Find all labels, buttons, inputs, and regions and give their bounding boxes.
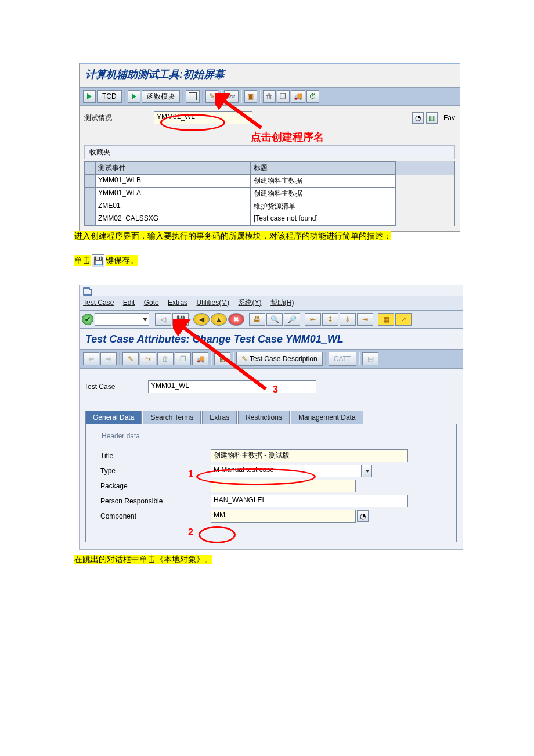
tab-restrictions[interactable]: Restrictions — [238, 411, 290, 424]
row-handle[interactable] — [85, 200, 95, 213]
screenshot-test-case-attrs: Test Case Edit Goto Extras Utilities(M) … — [79, 285, 463, 550]
menu-test-case[interactable]: Test Case — [83, 298, 114, 307]
transport-icon[interactable]: 🚚 — [291, 90, 305, 103]
fn-module-button[interactable]: 函数模块 — [142, 90, 180, 103]
tcd-arrow-icon[interactable] — [83, 90, 96, 103]
tcd-button[interactable]: TCD — [97, 90, 122, 103]
find-icon[interactable]: 🔍 — [266, 313, 283, 326]
favorites-header: 收藏夹 — [84, 145, 455, 159]
person-responsible-label: Person Responsible — [100, 497, 211, 505]
edit-icon[interactable]: ✎ — [205, 90, 218, 103]
copy-icon-2[interactable]: ❐ — [175, 352, 191, 365]
table-row[interactable]: ZME01 维护货源清单 — [85, 200, 454, 213]
nav-forward-icon[interactable]: ⇨ — [100, 352, 117, 365]
annotation-number-1: 1 — [188, 469, 193, 480]
package-field[interactable] — [211, 480, 356, 492]
annotation-number-2: 2 — [188, 527, 193, 538]
menu-system[interactable]: 系统(Y) — [238, 298, 261, 307]
test-status-row: 测试情况 YMM01_WL ◔ ▥ Fav — [80, 106, 460, 128]
cell-title: [Test case not found] — [251, 213, 396, 226]
annotation-callout-1: 点击创建程序名 — [251, 130, 324, 144]
other-object-icon[interactable]: ↪ — [140, 352, 156, 365]
cell-title: 维护货源清单 — [251, 200, 396, 213]
execute-icon[interactable]: ⏱ — [306, 90, 319, 103]
tab-search-terms[interactable]: Search Terms — [143, 411, 201, 424]
cell-event: ZMM02_CALSSXG — [95, 213, 251, 226]
transport-icon-2[interactable]: 🚚 — [192, 352, 208, 365]
menu-extras[interactable]: Extras — [168, 298, 187, 307]
tab-general-data[interactable]: General Data — [85, 411, 142, 424]
list-icon[interactable]: ▤ — [362, 352, 378, 365]
command-field[interactable] — [95, 313, 149, 326]
new-session-icon[interactable]: ▦ — [378, 313, 394, 326]
find-next-icon[interactable]: 🔎 — [284, 313, 300, 326]
type-dropdown-icon[interactable] — [363, 465, 372, 477]
print-icon[interactable]: 🖶 — [249, 313, 265, 326]
type-field[interactable]: M Manual test case — [211, 465, 362, 477]
menu-utilities[interactable]: Utilities(M) — [196, 298, 229, 307]
cell-event: YMM01_WLA — [95, 188, 251, 200]
component-search-help-icon[interactable]: ◔ — [357, 510, 369, 522]
catt-button[interactable]: CATT — [329, 352, 356, 366]
component-field[interactable]: MM — [211, 510, 356, 523]
fn-arrow-icon[interactable] — [128, 90, 140, 103]
menu-help[interactable]: 帮助(H) — [270, 298, 294, 307]
search-help-icon[interactable]: ◔ — [412, 112, 424, 124]
table-row[interactable]: ZMM02_CALSSXG [Test case not found] — [85, 213, 454, 226]
tab-management-data[interactable]: Management Data — [291, 411, 363, 424]
copy-icon[interactable]: ❐ — [277, 90, 290, 103]
tabstrip: General Data Search Terms Extras Restric… — [80, 411, 463, 424]
prev-page-icon[interactable]: ⇞ — [322, 313, 338, 326]
table-row[interactable]: YMM01_WLA 创建物料主数据 — [85, 188, 454, 200]
next-page-icon[interactable]: ⇟ — [340, 313, 356, 326]
toolbar-1: TCD 函数模块 ✎ 👓 ▣ 🗑 ❐ 🚚 ⏱ — [80, 88, 460, 106]
person-responsible-field[interactable]: HAN_WANGLEI — [211, 495, 408, 507]
test-status-input[interactable]: YMM01_WL — [154, 111, 252, 124]
screenshot-catt-initial: 计算机辅助测试工具:初始屏幕 TCD 函数模块 ✎ 👓 ▣ 🗑 ❐ 🚚 ⏱ 测试… — [79, 63, 460, 232]
instruction-line-3: 在跳出的对话框中单击《本地对象》。 — [74, 555, 212, 565]
last-page-icon[interactable]: ⇥ — [357, 313, 373, 326]
back-icon[interactable]: ◀ — [193, 313, 210, 326]
enter-icon[interactable]: ✔ — [82, 314, 93, 325]
tab-extras[interactable]: Extras — [202, 411, 237, 424]
first-page-icon[interactable]: ⇤ — [305, 313, 321, 326]
back-left-icon[interactable]: ◁ — [155, 313, 171, 326]
menu-bar: Test Case Edit Goto Extras Utilities(M) … — [80, 296, 463, 311]
header-data-group: Header data Title 创建物料主数据 - 测试版 Type M M… — [93, 438, 449, 532]
row-handle[interactable] — [85, 213, 95, 226]
tree-icon[interactable]: ▥ — [426, 112, 438, 124]
col-event: 测试事件 — [95, 161, 251, 175]
nav-back-icon[interactable]: ⇦ — [83, 352, 99, 365]
component-label: Component — [100, 512, 211, 520]
test-case-row: Test Case YMM01_WL — [80, 369, 463, 399]
display-icon[interactable]: 👓 — [224, 90, 239, 103]
menu-goto[interactable]: Goto — [144, 298, 159, 307]
new-icon[interactable] — [186, 90, 200, 103]
col-title: 标题 — [251, 161, 396, 175]
delete-icon[interactable]: 🗑 — [263, 90, 276, 103]
save-icon[interactable]: 💾 — [172, 313, 189, 326]
row-handle[interactable] — [85, 188, 95, 200]
app-toolbar: ✔ ◁ 💾 ◀ ▲ ✖ 🖶 🔍 🔎 ⇤ ⇞ ⇟ ⇥ ▦ ↗ — [80, 311, 463, 329]
test-case-value[interactable]: YMM01_WL — [148, 380, 316, 393]
row-handle[interactable] — [85, 175, 95, 188]
window-title-1: 计算机辅助测试工具:初始屏幕 — [80, 64, 460, 88]
test-case-desc-button[interactable]: ✎Test Case Description — [236, 352, 323, 366]
export-icon[interactable]: ▣ — [244, 90, 257, 103]
cancel-icon[interactable]: ✖ — [228, 313, 244, 326]
display-change-icon[interactable]: ✎ — [122, 352, 139, 365]
save-icon-inline: 💾 — [92, 254, 104, 267]
table-row[interactable]: YMM01_WLB 创建物料主数据 — [85, 175, 454, 188]
cell-title: 创建物料主数据 — [251, 188, 396, 200]
exit-icon[interactable]: ▲ — [211, 313, 227, 326]
menu-edit[interactable]: Edit — [123, 298, 135, 307]
package-label: Package — [100, 482, 211, 490]
instruction-line-2: 单击 💾 键保存。 — [74, 254, 138, 267]
window-menu-icon[interactable] — [80, 285, 463, 296]
delete-icon-2[interactable]: 🗑 — [157, 352, 174, 365]
cell-event: YMM01_WLB — [95, 175, 251, 188]
shortcut-icon[interactable]: ↗ — [395, 313, 412, 326]
cell-event: ZME01 — [95, 200, 251, 213]
check-icon[interactable]: ▦ — [214, 352, 230, 365]
title-field[interactable]: 创建物料主数据 - 测试版 — [211, 449, 408, 462]
